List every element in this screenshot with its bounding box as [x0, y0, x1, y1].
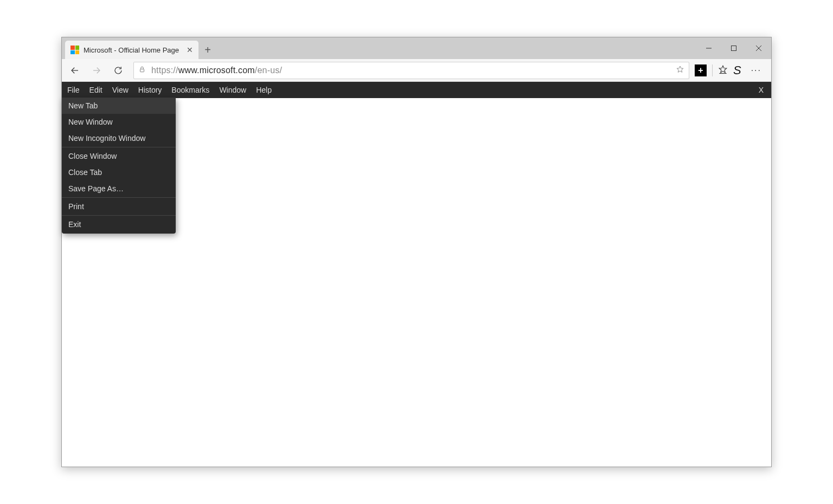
- menu-history[interactable]: History: [138, 86, 162, 94]
- tab-title: Microsoft - Official Home Page: [84, 46, 179, 54]
- menu-separator: [62, 215, 176, 216]
- menu-help[interactable]: Help: [256, 86, 272, 94]
- close-window-button[interactable]: [746, 37, 771, 59]
- maximize-button[interactable]: [721, 37, 746, 59]
- menu-separator: [62, 147, 176, 147]
- reload-button[interactable]: [108, 61, 128, 80]
- more-menu-button[interactable]: ···: [747, 66, 766, 75]
- close-tab-icon[interactable]: ✕: [187, 46, 193, 54]
- window-controls: [696, 37, 771, 59]
- menu-window[interactable]: Window: [219, 86, 246, 94]
- svg-rect-6: [140, 69, 144, 72]
- menu-edit[interactable]: Edit: [89, 86, 102, 94]
- favorites-list-icon[interactable]: [718, 64, 728, 76]
- address-bar[interactable]: https://www.microsoft.com/en-us/: [133, 62, 689, 79]
- lock-icon: [138, 66, 146, 75]
- menu-item-close-tab[interactable]: Close Tab: [62, 164, 176, 180]
- browser-tab[interactable]: Microsoft - Official Home Page ✕: [65, 41, 198, 59]
- extension-s-button[interactable]: S: [731, 63, 744, 77]
- forward-button[interactable]: [87, 61, 106, 80]
- menu-item-exit[interactable]: Exit: [62, 216, 176, 232]
- svg-marker-7: [677, 66, 683, 72]
- menu-item-save-page-as[interactable]: Save Page As…: [62, 180, 176, 197]
- svg-rect-1: [732, 46, 736, 51]
- navigation-toolbar: https://www.microsoft.com/en-us/ + S ···: [62, 59, 771, 82]
- back-button[interactable]: [65, 61, 85, 80]
- new-tab-button[interactable]: +: [198, 41, 217, 59]
- file-menu-dropdown: New Tab New Window New Incognito Window …: [62, 98, 176, 234]
- menu-item-new-incognito-window[interactable]: New Incognito Window: [62, 130, 176, 146]
- menu-view[interactable]: View: [112, 86, 129, 94]
- menu-bar: File Edit View History Bookmarks Window …: [62, 82, 771, 98]
- svg-marker-8: [719, 66, 727, 73]
- menu-item-print[interactable]: Print: [62, 198, 176, 215]
- toolbar-separator: [712, 64, 713, 76]
- url-text: https://www.microsoft.com/en-us/: [151, 66, 282, 75]
- microsoft-favicon-icon: [71, 46, 79, 54]
- minimize-button[interactable]: [696, 37, 721, 59]
- extension-plus-button[interactable]: +: [695, 64, 707, 76]
- menu-file[interactable]: File: [67, 86, 80, 94]
- menu-bookmarks[interactable]: Bookmarks: [171, 86, 209, 94]
- menu-item-close-window[interactable]: Close Window: [62, 148, 176, 164]
- menu-item-new-tab[interactable]: New Tab: [62, 98, 176, 114]
- title-bar: Microsoft - Official Home Page ✕ +: [62, 37, 771, 59]
- browser-window: Microsoft - Official Home Page ✕ + https…: [61, 37, 772, 467]
- toolbar-right-icons: + S ···: [695, 63, 768, 77]
- favorite-star-icon[interactable]: [676, 65, 684, 76]
- menu-bar-close-button[interactable]: X: [759, 86, 764, 94]
- menu-item-new-window[interactable]: New Window: [62, 114, 176, 130]
- menu-separator: [62, 197, 176, 198]
